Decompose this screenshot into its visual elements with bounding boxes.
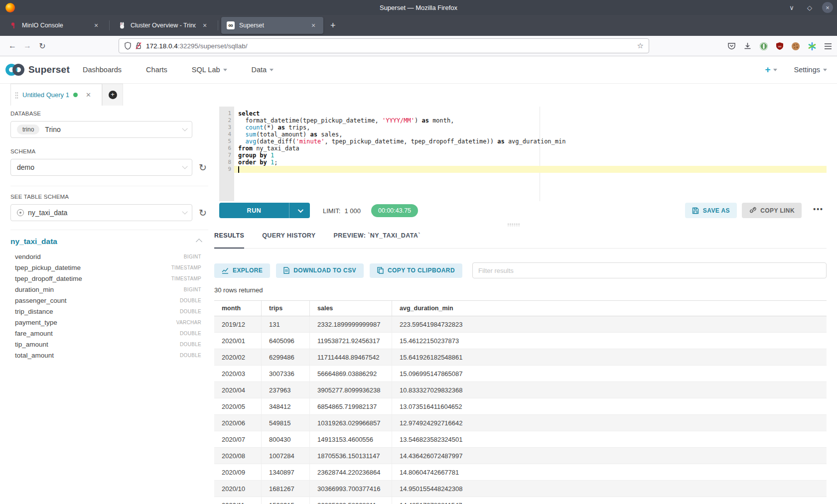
extension-green-icon[interactable]: [759, 42, 768, 51]
window-titlebar: Superset — Mozilla Firefox ∨ ◇ ×: [0, 0, 837, 15]
query-tab[interactable]: Untitled Query 1 ✕: [10, 84, 102, 106]
browser-tab-trino[interactable]: Cluster Overview - Trino ×: [113, 17, 215, 34]
shield-icon[interactable]: [124, 42, 132, 50]
schema-select[interactable]: demo: [10, 159, 192, 176]
copy-link-button[interactable]: COPY LINK: [742, 203, 802, 218]
reload-button[interactable]: ↻: [35, 41, 50, 51]
table-cell: 6854865.719982137: [310, 398, 392, 414]
window-minimize-icon[interactable]: ∨: [786, 2, 797, 13]
results-column-header[interactable]: avg_duration_min: [392, 301, 827, 316]
table-row: 2020/03300733656664869.0388629215.096995…: [214, 366, 827, 382]
insecure-lock-icon[interactable]: [135, 42, 142, 50]
tab-close-icon[interactable]: ×: [92, 21, 101, 29]
table-cell: 2020/06: [214, 415, 262, 431]
download-icon[interactable]: [743, 42, 752, 50]
table-cell: 14.80604742667781: [392, 464, 827, 480]
query-tab-close-icon[interactable]: ✕: [86, 91, 91, 99]
new-item-button[interactable]: +: [765, 64, 777, 75]
pocket-icon[interactable]: [727, 42, 736, 50]
tab-preview-table[interactable]: PREVIEW: `NY_TAXI_DATA`: [334, 232, 420, 248]
copy-clipboard-button[interactable]: COPY TO CLIPBOARD: [370, 263, 462, 278]
results-column-header[interactable]: sales: [310, 301, 392, 316]
settings-menu[interactable]: Settings: [794, 66, 827, 74]
table-cell: 30366993.700377416: [310, 481, 392, 497]
url-bar[interactable]: 172.18.0.4:32295/superset/sqllab/ ☆: [119, 38, 649, 53]
ublock-shield-icon[interactable]: uo: [776, 42, 784, 50]
column-type: DOUBLE: [180, 331, 201, 336]
results-column-header[interactable]: month: [214, 301, 262, 316]
tab-query-history[interactable]: QUERY HISTORY: [262, 232, 315, 248]
run-button-label[interactable]: RUN: [219, 203, 289, 218]
bookmark-star-icon[interactable]: ☆: [637, 41, 644, 50]
column-name: fare_amount: [15, 330, 53, 337]
results-column-header[interactable]: trips: [262, 301, 310, 316]
limit-dropdown[interactable]: LIMIT: 1 000: [303, 201, 378, 220]
schema-column-row: passenger_countDOUBLE: [10, 295, 208, 306]
table-cell: 15.096995147865087: [392, 366, 827, 381]
divider: [10, 230, 208, 230]
database-select[interactable]: trino Trino: [10, 121, 192, 138]
table-cell: 2020/10: [214, 481, 262, 497]
back-button[interactable]: ←: [5, 41, 20, 50]
download-csv-button[interactable]: DOWNLOAD TO CSV: [276, 263, 364, 278]
query-tab-row: Untitled Query 1 ✕ +: [0, 84, 837, 106]
refresh-schema-icon[interactable]: ↻: [199, 163, 207, 172]
tab-title: Cluster Overview - Trino: [131, 22, 196, 29]
plus-circle-icon: +: [109, 91, 117, 99]
filter-results-input[interactable]: [472, 262, 827, 278]
table-select[interactable]: ny_taxi_data: [10, 204, 192, 221]
chevron-down-icon: [297, 207, 303, 212]
table-cell: 6299486: [262, 349, 310, 365]
new-tab-button[interactable]: +: [330, 20, 336, 31]
tab-close-icon[interactable]: ×: [309, 21, 318, 29]
nav-data[interactable]: Data: [252, 66, 274, 74]
nav-dashboards[interactable]: Dashboards: [83, 66, 122, 74]
window-maximize-icon[interactable]: ◇: [804, 2, 815, 13]
table-icon: [17, 209, 24, 216]
explore-button[interactable]: EXPLORE: [214, 263, 270, 278]
column-name: payment_type: [15, 319, 57, 326]
sql-editor[interactable]: 123456789 select format_datetime(tpep_pi…: [219, 107, 827, 201]
nav-charts[interactable]: Charts: [146, 66, 167, 74]
tab-close-icon[interactable]: ×: [200, 21, 209, 29]
table-cell: 2020/03: [214, 366, 262, 381]
forward-button[interactable]: →: [20, 41, 35, 50]
query-timer-badge: 00:00:43.75: [371, 204, 418, 217]
column-type: DOUBLE: [180, 353, 201, 358]
table-cell: 1508915: [262, 497, 310, 504]
add-query-tab[interactable]: +: [102, 84, 123, 106]
line-number: 9: [219, 166, 234, 173]
editor-code-area[interactable]: select format_datetime(tpep_pickup_datet…: [234, 107, 827, 201]
superset-logo[interactable]: Superset: [5, 63, 70, 76]
chevron-down-icon: [182, 163, 187, 169]
extension-asterisk-icon[interactable]: [808, 42, 817, 51]
column-name: tpep_dropoff_datetime: [15, 275, 82, 282]
line-number: 4: [219, 131, 234, 138]
table-cell: 13.546823582324501: [392, 431, 827, 447]
run-button[interactable]: RUN: [219, 203, 310, 218]
limit-value: 1 000: [344, 207, 361, 215]
menu-hamburger-icon[interactable]: [824, 43, 832, 50]
table-cell: 3905277.8099936238: [310, 382, 392, 398]
more-options-button[interactable]: •••: [813, 205, 824, 213]
table-cell: 223.59541984732823: [392, 316, 827, 332]
table-name-heading[interactable]: ny_taxi_data: [10, 237, 57, 246]
pane-resize-handle[interactable]: [507, 223, 520, 226]
save-as-button[interactable]: SAVE AS: [685, 203, 737, 218]
browser-tab-minio[interactable]: MinIO Console ×: [4, 17, 106, 34]
chevron-down-icon: [270, 69, 274, 71]
drag-handle-icon[interactable]: [15, 92, 18, 99]
table-cell: 348412: [262, 398, 310, 414]
window-close-icon[interactable]: ×: [822, 2, 833, 13]
table-cell: 2020/11: [214, 497, 262, 504]
tab-results[interactable]: RESULTS: [214, 232, 244, 249]
clipboard-icon: [377, 267, 384, 274]
collapse-chevron-icon[interactable]: [196, 239, 202, 245]
cookie-icon[interactable]: [791, 42, 800, 51]
refresh-table-icon[interactable]: ↻: [199, 208, 207, 218]
table-cell: 2020/01: [214, 333, 262, 349]
table-value: ny_taxi_data: [28, 209, 67, 217]
results-header-row: monthtripssalesavg_duration_min: [214, 301, 827, 316]
browser-tab-superset[interactable]: ∞ Superset ×: [221, 17, 323, 34]
nav-sqllab[interactable]: SQL Lab: [192, 66, 227, 74]
